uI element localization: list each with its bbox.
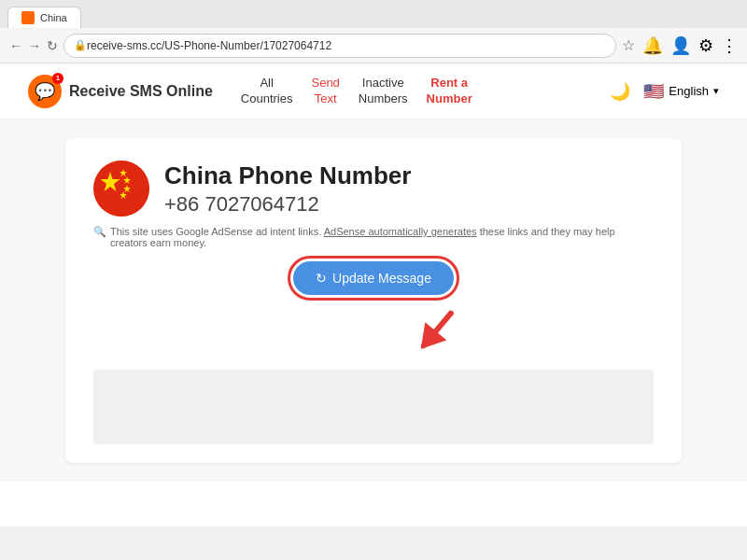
nav-rent-number[interactable]: Rent a Number xyxy=(427,76,472,107)
pointer-arrow xyxy=(402,295,476,360)
arrow-container xyxy=(93,304,654,360)
site-header: 💬 1 Receive SMS Online All Countries Sen… xyxy=(0,63,747,119)
tab-bar: China xyxy=(0,0,747,28)
lang-label: English xyxy=(669,84,709,98)
language-selector[interactable]: 🇺🇸 English ▾ xyxy=(643,81,719,102)
lang-arrow: ▾ xyxy=(713,85,719,97)
tab-title: China xyxy=(40,12,67,23)
adsense-notice: 🔍 This site uses Google AdSense ad inten… xyxy=(93,226,654,248)
china-flag-icon xyxy=(93,161,149,217)
browser-toolbar: ← → ↻ 🔒 receive-sms.cc/US-Phone-Number/1… xyxy=(0,28,747,63)
forward-icon[interactable]: → xyxy=(28,38,41,53)
logo-text: Receive SMS Online xyxy=(69,83,213,100)
logo-icon: 💬 1 xyxy=(28,75,62,108)
update-btn-container: ↻ Update Message xyxy=(93,261,654,295)
messages-area xyxy=(93,370,654,444)
us-flag-icon: 🇺🇸 xyxy=(643,81,664,102)
settings-icon[interactable]: ⚙ xyxy=(698,35,713,56)
nav-send-text[interactable]: Send Text xyxy=(311,76,339,107)
phone-number: +86 7027064712 xyxy=(164,192,411,217)
tab-favicon xyxy=(21,11,35,24)
nav-menu: All Countries Send Text Inactive Numbers… xyxy=(241,76,472,107)
main-content: China Phone Number +86 7027064712 🔍 This… xyxy=(0,119,747,482)
menu-icon[interactable]: ⋮ xyxy=(721,35,738,56)
page-area: 💬 1 Receive SMS Online All Countries Sen… xyxy=(0,63,747,526)
adsense-link[interactable]: AdSense automatically generates xyxy=(324,226,477,237)
back-icon[interactable]: ← xyxy=(9,38,22,53)
update-btn-label: Update Message xyxy=(332,271,431,286)
update-message-button[interactable]: ↻ Update Message xyxy=(293,261,454,295)
logo-badge: 1 xyxy=(52,73,63,84)
browser-tab[interactable]: China xyxy=(7,7,81,28)
phone-info: China Phone Number +86 7027064712 xyxy=(164,161,411,217)
phone-card: China Phone Number +86 7027064712 🔍 This… xyxy=(65,138,682,463)
url-text: receive-sms.cc/US-Phone-Number/170270647… xyxy=(87,39,331,52)
svg-point-0 xyxy=(93,161,149,217)
notification-icon[interactable]: 🔔 xyxy=(642,35,663,56)
address-bar[interactable]: 🔒 receive-sms.cc/US-Phone-Number/1702706… xyxy=(63,34,616,58)
info-icon: 🔍 xyxy=(93,226,106,238)
nav-inactive-numbers[interactable]: Inactive Numbers xyxy=(359,76,408,107)
header-right: 🌙 🇺🇸 English ▾ xyxy=(610,81,719,102)
phone-header: China Phone Number +86 7027064712 xyxy=(93,161,654,217)
phone-card-title: China Phone Number xyxy=(164,161,411,190)
user-icon[interactable]: 👤 xyxy=(670,35,691,56)
nav-all-countries[interactable]: All Countries xyxy=(241,76,293,107)
refresh-btn-icon: ↻ xyxy=(316,271,327,286)
bookmark-icon[interactable]: ☆ xyxy=(622,36,635,54)
lock-icon: 🔒 xyxy=(74,39,87,51)
toolbar-right: ☆ 🔔 👤 ⚙ ⋮ xyxy=(622,35,738,56)
logo-area: 💬 1 Receive SMS Online xyxy=(28,75,213,108)
dark-mode-icon[interactable]: 🌙 xyxy=(610,81,630,102)
refresh-icon[interactable]: ↻ xyxy=(47,38,58,53)
